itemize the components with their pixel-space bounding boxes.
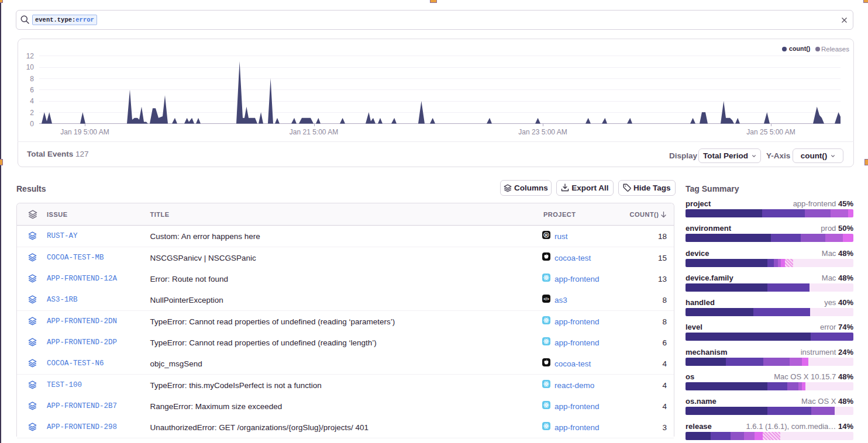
svg-text:</>: </>: [543, 297, 549, 301]
svg-text:R: R: [545, 233, 547, 237]
